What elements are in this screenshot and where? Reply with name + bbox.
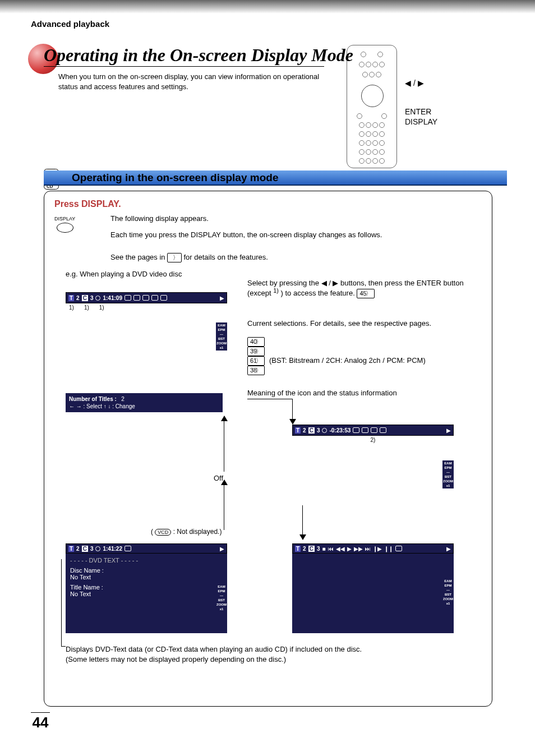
side-x1: x1 (443, 484, 453, 487)
side-eam: EAM (443, 579, 453, 583)
side-x1: x1 (216, 607, 227, 611)
page-list: 40 39 61 (BST: Bitstream / 2CH: Analog 2… (247, 337, 426, 375)
osd2-footnote: 2) (292, 437, 454, 443)
display-line1: The following display appears. (110, 214, 482, 224)
enter-label: ENTER (405, 107, 437, 117)
page-38-box: 38 (247, 366, 265, 375)
side-icons-1: EAM EPM — BST ZOOM x1 (216, 322, 227, 351)
next-icon: ⏭ (365, 546, 371, 552)
footnote-line-a: Displays DVD-Text data (or CD-Text data … (66, 644, 362, 654)
osd3-c-badge: C (82, 546, 88, 552)
mini-icon (380, 427, 386, 433)
display-button-graphic: DISPLAY (54, 216, 75, 233)
osd3-time: 1:41:22 (103, 546, 122, 552)
playback-panel: T 2 C 3 ■ ⏮ ◀◀ ▶ ▶▶ ⏭ ❙▶ ❙❙ ▶ (292, 543, 454, 633)
page-40-box: 40 (247, 337, 265, 347)
osd3-t-badge: T (68, 546, 74, 552)
osd2-t-num: 2 (303, 427, 306, 434)
footnote-1a: 1) (69, 305, 74, 311)
osd-bar-1-wrap: T 2 C 3 1:41:09 ▶ 1) 1) 1) (66, 292, 227, 311)
osd1-t-badge: T (68, 295, 74, 301)
remote-arrows-hint: ◀ / ▶ (405, 79, 424, 87)
side-eam: EAM (443, 462, 453, 465)
side-bst: BST (216, 598, 227, 602)
vcd-oval-badge: VCD (155, 529, 171, 536)
side-bst: BST (443, 593, 453, 596)
num-titles-label: Number of Titles : (69, 396, 117, 402)
vcd-note-a: ( (151, 528, 153, 536)
hline-1 (247, 399, 292, 399)
vcd-note-b: : Not displayed.) (173, 528, 222, 536)
title-name-value: No Text (70, 591, 223, 597)
play-icon: ▶ (220, 546, 224, 552)
mini-icon (395, 546, 402, 551)
arrow-up-1 (224, 421, 224, 472)
osd1-time: 1:41:09 (103, 295, 122, 301)
angle-icon (142, 295, 149, 301)
side-zoom: ZOOM (216, 603, 227, 606)
mini-icon (362, 427, 368, 433)
side-x1: x1 (443, 602, 453, 605)
side-epm: EPM (443, 466, 453, 469)
pause-icon: ❙❙ (384, 546, 393, 552)
dvd-text-panel: T 2 C 3 1:41:22 ▶ - - - - - DVD TEXT - -… (66, 543, 227, 633)
page-title: Operating in the On-screen Display Mode (44, 45, 353, 66)
osd2-t-badge: T (295, 427, 301, 434)
osd2-c-badge: C (308, 427, 315, 434)
osd4-t-badge: T (295, 546, 301, 552)
osd-bar-2: T 2 C 3 -0:23:53 ▶ (292, 425, 454, 436)
side-zoom: ZOOM (443, 480, 453, 483)
osd1-c-badge: C (82, 295, 88, 301)
callout-current: Current selections. For details, see the… (247, 319, 477, 328)
page-61-box: 61 (247, 356, 265, 366)
side-icons-3: EAM EPM — BST ZOOM x1 (216, 584, 227, 612)
side-bst: BST (216, 337, 227, 340)
osd4-c-num: 3 (317, 546, 320, 552)
bst-note: (BST: Bitstream / 2CH: Analog 2ch / PCM:… (269, 356, 426, 365)
side-x1: x1 (216, 346, 227, 349)
page-39-box: 39 (247, 347, 265, 356)
subtitle-icon (133, 295, 140, 301)
osd-bar-4: T 2 C 3 ■ ⏮ ◀◀ ▶ ▶▶ ⏭ ❙▶ ❙❙ ▶ (292, 543, 454, 554)
stop-icon: ■ (322, 546, 325, 552)
page-45-box: 45 (357, 289, 374, 298)
side-zoom: ZOOM (443, 597, 453, 601)
osd3-t-num: 2 (76, 546, 80, 552)
see-pages-text-a: See the pages in (110, 253, 165, 261)
play-icon: ▶ (220, 295, 224, 301)
side-epm: EPM (443, 584, 453, 587)
arrow-up-2 (224, 485, 224, 530)
dvd-text-header: - - - - - DVD TEXT - - - - - (70, 557, 223, 564)
mini-icon (371, 427, 377, 433)
section-header: Advanced playback (31, 19, 109, 29)
intro-text: When you turn on the on-screen display, … (58, 72, 339, 91)
mini-icon (353, 427, 359, 433)
step-icon: ❙▶ (373, 546, 382, 552)
ff-icon: ▶▶ (354, 546, 363, 552)
osd-bar-1: T 2 C 3 1:41:09 ▶ (66, 292, 227, 303)
clock-icon (95, 296, 100, 301)
vcd-note: ( VCD : Not displayed.) (151, 528, 222, 536)
side-icons-4: EAM EPM — BST ZOOM x1 (442, 578, 454, 606)
num-titles-value: 2 (121, 396, 124, 402)
page-number: 44 (31, 712, 50, 731)
osd-bar-2-wrap: T 2 C 3 -0:23:53 ▶ 2) (292, 425, 454, 443)
prev-icon: ⏮ (328, 546, 334, 552)
title-underline (44, 66, 324, 67)
osd4-c-badge: C (308, 546, 315, 552)
banner-title: Operating in the on-screen display mode (72, 172, 278, 184)
footnote-1b: 1) (84, 305, 89, 311)
instruction-box: Press DISPLAY. DISPLAY The following dis… (44, 191, 492, 707)
callout-select-sup: 1) (273, 287, 279, 294)
play-icon-small: ▶ (347, 546, 352, 552)
osd3-c-num: 3 (90, 546, 94, 552)
osd4-t-num: 2 (303, 546, 306, 552)
osd1-footnotes: 1) 1) 1) (69, 305, 227, 311)
remote-illustration (347, 45, 397, 168)
side-icons-2: EAM EPM — BST ZOOM x1 (442, 460, 454, 488)
arrow-down-1 (292, 399, 293, 419)
osd-bar-3: T 2 C 3 1:41:22 ▶ (66, 543, 227, 554)
side-bst: BST (443, 475, 453, 478)
arrow-down-2 (302, 505, 303, 534)
osd1-c-num: 3 (90, 295, 94, 301)
